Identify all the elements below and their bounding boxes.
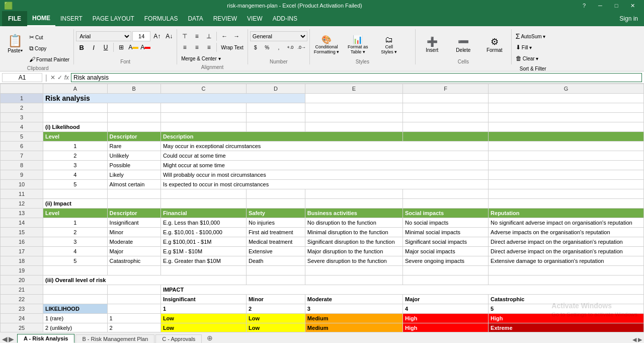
sheet-scrollbar[interactable]: ◀ ▶ [632, 336, 642, 343]
cell-f4[interactable] [403, 122, 489, 132]
indent-decrease-button[interactable]: ← [219, 31, 230, 41]
close-button[interactable]: ✕ [625, 1, 640, 11]
cell-f25[interactable]: High [403, 323, 489, 332]
cell-c15[interactable]: E.g. $10,001 - $100,000 [160, 228, 246, 237]
cell-g2[interactable] [489, 103, 644, 113]
cell-c7[interactable]: Could occur at some time [160, 151, 488, 161]
row-header-19[interactable]: 19 [1, 266, 43, 276]
add-sheet-button[interactable]: ⊕ [203, 333, 217, 343]
cell-g19[interactable] [489, 266, 644, 276]
cell-f11[interactable] [403, 189, 489, 199]
row-header-7[interactable]: 7 [1, 151, 43, 161]
row-header-15[interactable]: 15 [1, 228, 43, 237]
decimal-increase-button[interactable]: +.0 [285, 42, 296, 52]
cell-d16[interactable]: Medical treatment [246, 237, 305, 247]
cell-f2[interactable] [403, 103, 489, 113]
cell-g7[interactable] [489, 151, 644, 161]
row-header-9[interactable]: 9 [1, 170, 43, 180]
minimize-button[interactable]: ─ [593, 1, 608, 11]
cell-a16[interactable]: 3 [43, 237, 108, 247]
cut-button[interactable]: ✂ Cut [27, 32, 71, 42]
cell-e14[interactable]: No disruption to the function [305, 218, 403, 228]
cell-d11[interactable] [246, 189, 305, 199]
cell-b11[interactable] [107, 189, 160, 199]
cell-c8[interactable]: Might occur at some time [160, 161, 488, 170]
row-header-21[interactable]: 21 [1, 285, 43, 295]
cell-f16[interactable]: Significant social impacts [403, 237, 489, 247]
cell-d12[interactable] [246, 199, 305, 209]
cell-f5[interactable] [403, 132, 489, 142]
cell-f1[interactable] [403, 94, 489, 103]
col-header-d[interactable]: D [246, 84, 305, 94]
cell-b8[interactable]: Possible [107, 161, 160, 170]
maximize-button[interactable]: □ [609, 1, 624, 11]
cell-d18[interactable]: Death [246, 256, 305, 266]
cell-d4[interactable] [246, 122, 305, 132]
row-header-22[interactable]: 22 [1, 295, 43, 304]
cell-b24[interactable]: 1 [107, 314, 160, 323]
cell-c5[interactable]: Description [160, 132, 403, 142]
cell-b4[interactable] [107, 122, 160, 132]
cell-b18[interactable]: Catastrophic [107, 256, 160, 266]
cell-f24[interactable]: High [403, 314, 489, 323]
cell-g18[interactable]: Extensive damage to organisation's reput… [489, 256, 644, 266]
data-menu[interactable]: DATA [183, 11, 208, 26]
cell-g16[interactable]: Direct adverse impact on the organisatio… [489, 237, 644, 247]
clear-button[interactable]: 🗑 Clear ▾ [514, 53, 548, 63]
cell-a23[interactable]: LIKELIHOOD [43, 304, 108, 314]
row-header-11[interactable]: 11 [1, 189, 43, 199]
cell-e20[interactable] [305, 276, 403, 285]
cell-d2[interactable] [246, 103, 305, 113]
cell-b10[interactable]: Almost certain [107, 180, 160, 189]
cell-g24[interactable]: High [489, 314, 644, 323]
cell-b9[interactable]: Likely [107, 170, 160, 180]
align-right-button[interactable]: ≡ [203, 42, 214, 52]
cell-e18[interactable]: Severe disruption to the function [305, 256, 403, 266]
formulas-menu[interactable]: FORMULAS [139, 11, 183, 26]
cell-g8[interactable] [489, 161, 644, 170]
cell-c4[interactable] [160, 122, 246, 132]
cell-g4[interactable] [489, 122, 644, 132]
cell-c23[interactable]: 1 [160, 304, 246, 314]
cell-e15[interactable]: Minimal disruption to the function [305, 228, 403, 237]
scroll-tabs-left[interactable]: ◀ [2, 335, 8, 343]
cell-e1[interactable] [305, 94, 403, 103]
cell-reference[interactable] [2, 73, 42, 82]
cell-f13[interactable]: Social impacts [403, 209, 489, 218]
cell-e22[interactable]: Moderate [305, 295, 403, 304]
col-header-g[interactable]: G [489, 84, 644, 94]
cell-f3[interactable] [403, 113, 489, 122]
cell-b19[interactable] [107, 266, 160, 276]
cell-g12[interactable] [489, 199, 644, 209]
cell-b14[interactable]: Insignificant [107, 218, 160, 228]
number-format-dropdown[interactable]: General [250, 31, 307, 41]
cell-b12[interactable] [107, 199, 160, 209]
format-cells-button[interactable]: ⚙ Format [480, 32, 509, 58]
cell-g6[interactable] [489, 142, 644, 151]
format-painter-button[interactable]: 🖌 Format Painter [27, 54, 71, 64]
italic-button[interactable]: I [88, 42, 99, 52]
cell-b21[interactable] [107, 285, 160, 295]
row-header-6[interactable]: 6 [1, 142, 43, 151]
row-header-14[interactable]: 14 [1, 218, 43, 228]
font-color-button[interactable]: A [140, 42, 151, 52]
cell-c19[interactable] [160, 266, 246, 276]
wrap-text-button[interactable]: Wrap Text [219, 42, 246, 52]
cell-d22[interactable]: Minor [246, 295, 305, 304]
font-grow-button[interactable]: A↑ [151, 31, 163, 41]
cell-c3[interactable] [160, 113, 246, 122]
col-header-f[interactable]: F [403, 84, 489, 94]
cell-a22[interactable] [43, 295, 108, 304]
cell-e3[interactable] [305, 113, 403, 122]
formula-fx[interactable]: fx [64, 74, 69, 81]
cell-d3[interactable] [246, 113, 305, 122]
row-header-23[interactable]: 23 [1, 304, 43, 314]
cell-a1[interactable]: Risk analysis [43, 94, 305, 103]
cell-g10[interactable] [489, 180, 644, 189]
cell-f22[interactable]: Major [403, 295, 489, 304]
cell-c9[interactable]: Will probably occur in most circumstance… [160, 170, 488, 180]
row-header-2[interactable]: 2 [1, 103, 43, 113]
decimal-decrease-button[interactable]: .0→ [296, 42, 307, 52]
cell-c24[interactable]: Low [160, 314, 246, 323]
cell-e24[interactable]: Medium [305, 314, 403, 323]
